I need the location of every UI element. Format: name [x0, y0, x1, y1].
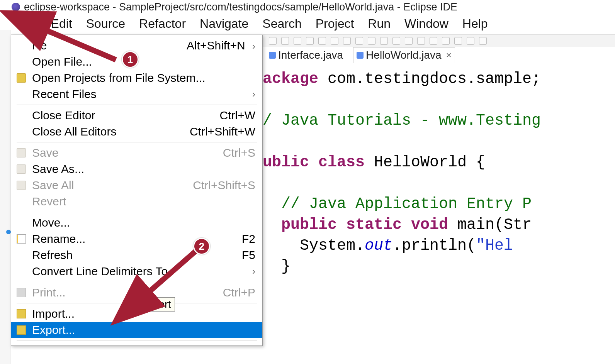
code-string: "Hel — [476, 237, 513, 254]
code-text: main(Str — [448, 216, 532, 234]
menu-item-save-as[interactable]: Save As... — [11, 161, 262, 177]
code-text: } — [263, 258, 291, 275]
tab-interface[interactable]: Interface.java — [266, 47, 346, 63]
menu-item-label: Save All — [32, 179, 74, 192]
chevron-right-icon: › — [252, 41, 255, 51]
toolbar-icon[interactable] — [442, 37, 450, 45]
toolbar-icon[interactable] — [392, 37, 400, 45]
menu-run[interactable]: Run — [362, 15, 396, 32]
toolbar-icon[interactable] — [479, 37, 487, 45]
menu-item-label: Close Editor — [32, 109, 95, 122]
menu-item-export[interactable]: Export... — [11, 322, 262, 338]
menu-project[interactable]: Project — [310, 15, 360, 32]
menu-separator — [17, 142, 257, 142]
code-editor[interactable]: ackage com.testingdocs.sample; / Java Tu… — [263, 63, 615, 298]
menu-item-move[interactable]: Move... — [11, 215, 262, 231]
menu-shortcut: Ctrl+W — [220, 109, 256, 122]
code-text: com.testingdocs.sample; — [318, 70, 541, 88]
menu-refactor[interactable]: Refactor — [134, 15, 191, 32]
annotation-arrow-1 — [27, 23, 127, 69]
toolbar-icon[interactable] — [281, 37, 289, 45]
code-comment: // Java Application Entry P — [263, 195, 532, 213]
toolbar-icon[interactable] — [380, 37, 388, 45]
toolbar-icon[interactable] — [467, 37, 474, 45]
menu-item-label: Recent Files — [32, 88, 97, 101]
svg-line-0 — [39, 27, 116, 60]
menu-shortcut: Ctrl+Shift+S — [193, 179, 255, 192]
annotation-badge-2: 2 — [193, 238, 210, 255]
folder-icon — [17, 73, 26, 83]
menu-shortcut: Ctrl+Shift+W — [190, 125, 255, 138]
java-file-icon — [357, 52, 364, 59]
code-text: .println( — [392, 237, 476, 254]
menu-item-label: Refresh — [32, 249, 73, 262]
menu-separator — [17, 212, 257, 212]
menu-item-label: Save — [32, 146, 58, 159]
menu-separator — [17, 105, 257, 105]
menu-item-label: Move... — [32, 216, 70, 229]
disk-icon — [17, 148, 26, 157]
annotation-badge-1: 1 — [122, 51, 139, 68]
menu-item-label: Rename... — [32, 232, 85, 245]
window-title-bar: eclipse-workspace - SampleProject/src/co… — [0, 0, 615, 14]
menu-item-label: Print... — [32, 286, 66, 299]
tab-helloworld[interactable]: HelloWorld.java × — [353, 47, 455, 63]
menu-help[interactable]: Help — [457, 15, 493, 32]
code-keyword: ackage — [263, 70, 318, 88]
eclipse-icon — [12, 3, 20, 11]
menu-item-label: Open Projects from File System... — [32, 71, 205, 85]
menu-separator — [17, 340, 257, 341]
disk-icon — [17, 181, 26, 190]
close-icon[interactable]: × — [446, 50, 452, 61]
menu-shortcut: F5 — [242, 249, 255, 262]
menu-item-import[interactable]: Import... — [11, 306, 262, 322]
toolbar-icon[interactable] — [331, 37, 338, 45]
window-title: eclipse-workspace - SampleProject/src/co… — [24, 1, 457, 13]
menu-window[interactable]: Window — [399, 15, 454, 32]
toolbar-icon[interactable] — [368, 37, 375, 45]
tab-label: Interface.java — [278, 49, 343, 61]
code-comment: / Java Tutorials - www.Testing — [263, 112, 541, 129]
workspace: Interface.java HelloWorld.java × ackage … — [0, 35, 615, 364]
code-text: HelloWorld { — [365, 154, 485, 171]
code-keyword: public static void — [263, 216, 448, 234]
print-icon — [17, 288, 26, 297]
rename-icon — [17, 234, 26, 244]
chevron-right-icon: › — [252, 89, 255, 100]
toolbar-icon[interactable] — [430, 37, 437, 45]
menu-item-save-all: Save All Ctrl+Shift+S — [11, 177, 262, 193]
menu-shortcut: Alt+Shift+N — [187, 39, 245, 52]
menu-item-close-editor[interactable]: Close Editor Ctrl+W — [11, 107, 262, 124]
menu-shortcut: Ctrl+P — [223, 286, 255, 299]
toolbar-icon[interactable] — [318, 37, 326, 45]
menu-item-label: Revert — [32, 195, 66, 208]
menu-item-save: Save Ctrl+S — [11, 145, 262, 161]
editor-tabs: Interface.java HelloWorld.java × — [263, 47, 615, 63]
toolbar-icon[interactable] — [355, 37, 363, 45]
menu-shortcut: F2 — [242, 232, 255, 245]
menu-item-close-all[interactable]: Close All Editors Ctrl+Shift+W — [11, 124, 262, 140]
export-icon — [17, 325, 26, 335]
menu-item-open-projects[interactable]: Open Projects from File System... — [11, 70, 262, 86]
menu-navigate[interactable]: Navigate — [194, 15, 254, 32]
toolbar-icon[interactable] — [294, 37, 301, 45]
disk-icon — [17, 164, 26, 174]
toolbar-icon[interactable] — [454, 37, 462, 45]
toolbar-icon[interactable] — [405, 37, 413, 45]
code-field: out — [365, 237, 392, 254]
toolbar-icon[interactable] — [343, 37, 351, 45]
menu-item-recent-files[interactable]: Recent Files › — [11, 86, 262, 102]
toolbar-icon[interactable] — [269, 37, 277, 45]
editor-toolbar — [263, 35, 615, 47]
menu-search[interactable]: Search — [257, 15, 307, 32]
toolbar-icon[interactable] — [417, 37, 425, 45]
menu-item-label: Import... — [32, 307, 75, 320]
menu-item-label: Export... — [32, 323, 75, 337]
toolbar-icon[interactable] — [306, 37, 314, 45]
menu-item-revert: Revert — [11, 193, 262, 210]
menu-shortcut: Ctrl+S — [223, 146, 255, 159]
menu-item-label: Save As... — [32, 163, 84, 176]
editor-area: Interface.java HelloWorld.java × ackage … — [263, 35, 615, 364]
menu-item-label: Close All Editors — [32, 125, 116, 138]
code-text: System. — [263, 237, 365, 254]
